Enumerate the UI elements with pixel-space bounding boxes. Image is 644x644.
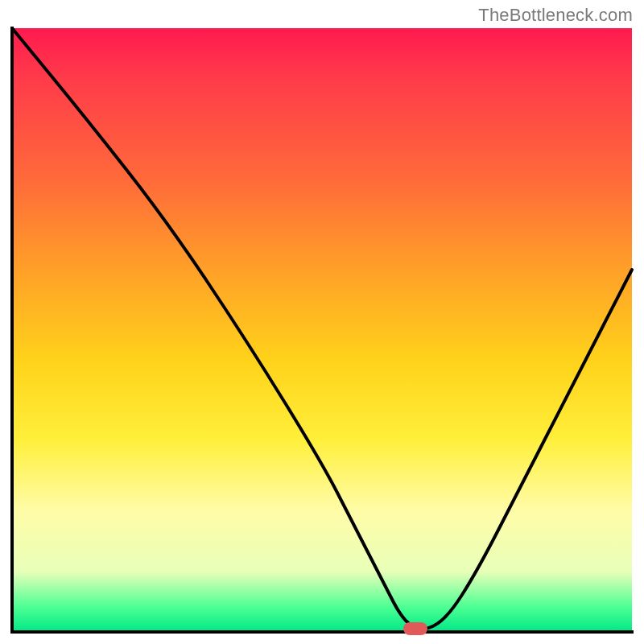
watermark-text: TheBottleneck.com: [478, 5, 633, 26]
optimal-marker: [403, 622, 427, 635]
chart-frame: TheBottleneck.com: [0, 0, 644, 644]
plot-background-gradient: [12, 28, 632, 632]
